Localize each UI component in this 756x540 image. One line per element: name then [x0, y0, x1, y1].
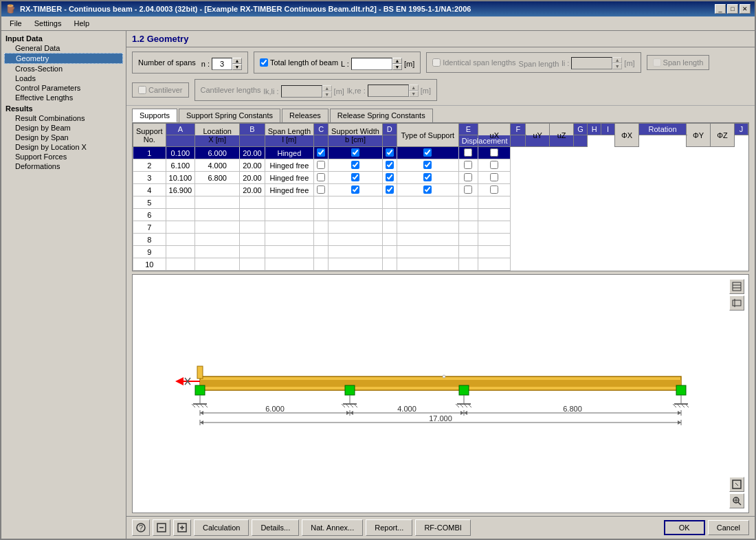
cell-uy-checkbox[interactable]	[351, 148, 359, 157]
diagram-zoom[interactable]	[729, 493, 744, 508]
cell-py-checkbox[interactable]	[464, 185, 472, 194]
identical-spans-checkbox[interactable]	[432, 58, 441, 67]
table-row[interactable]: 10.1006.00020.00Hinged	[133, 147, 748, 159]
n-spin-up[interactable]: ▲	[232, 58, 242, 64]
cantilever-checkbox[interactable]	[138, 86, 146, 94]
cell-no[interactable]: 8	[133, 234, 166, 246]
cell-ux[interactable]	[314, 172, 329, 184]
cell-uy-checkbox[interactable]	[351, 173, 359, 181]
table-row[interactable]: 416.90020.00Hinged free	[133, 184, 748, 196]
cell-py-checkbox[interactable]	[464, 173, 472, 181]
cell-py[interactable]	[458, 184, 478, 196]
l-spin-down[interactable]: ▼	[392, 64, 402, 70]
cell-uz[interactable]	[382, 184, 397, 196]
table-row[interactable]: 5	[133, 196, 748, 209]
minimize-button[interactable]: _	[715, 4, 726, 14]
details-button[interactable]: Details...	[252, 519, 299, 536]
table-row[interactable]: 10	[133, 258, 748, 271]
cell-pz[interactable]	[478, 147, 511, 159]
n-spin-down[interactable]: ▼	[232, 64, 242, 70]
l-spinner[interactable]: 17.000 ▲ ▼	[351, 58, 402, 70]
table-row[interactable]: 26.1004.00020.00Hinged free	[133, 159, 748, 172]
l-input[interactable]: 17.000	[351, 58, 392, 70]
cell-type[interactable]: Hinged free	[265, 159, 313, 172]
menu-settings[interactable]: Settings	[29, 18, 67, 29]
diagram-tool-1[interactable]	[729, 279, 744, 294]
table-row[interactable]: 6	[133, 209, 748, 221]
close-button[interactable]: ✕	[740, 4, 751, 14]
sidebar-item-support-forces[interactable]: Support Forces	[4, 152, 123, 161]
tab-release-spring[interactable]: Release Spring Constants	[330, 109, 433, 122]
nat-annex-button[interactable]: Nat. Annex...	[302, 519, 363, 536]
cell-width[interactable]: 20.00	[240, 172, 265, 184]
cell-uy[interactable]	[329, 172, 383, 184]
cell-px[interactable]	[397, 184, 458, 196]
table-row[interactable]: 7	[133, 221, 748, 234]
cell-x[interactable]: 10.100	[166, 172, 195, 184]
cell-ux[interactable]	[314, 147, 329, 159]
cell-span[interactable]: 6.000	[195, 147, 240, 159]
cell-width[interactable]: 20.00	[240, 184, 265, 196]
cell-no[interactable]: 6	[133, 209, 166, 221]
cell-ux-checkbox[interactable]	[317, 161, 325, 169]
cell-no[interactable]: 4	[133, 184, 166, 196]
cancel-button[interactable]: Cancel	[708, 520, 749, 535]
sidebar-item-result-combinations[interactable]: Result Combinations	[4, 113, 123, 123]
total-length-checkbox[interactable]	[260, 58, 268, 67]
cell-uz-checkbox[interactable]	[386, 148, 394, 157]
cell-px[interactable]	[397, 172, 458, 184]
cell-ux-checkbox[interactable]	[317, 148, 325, 157]
cell-py-checkbox[interactable]	[464, 148, 472, 157]
cell-py[interactable]	[458, 172, 478, 184]
ok-button[interactable]: OK	[664, 520, 705, 535]
menu-file[interactable]: File	[4, 18, 27, 29]
calculation-button[interactable]: Calculation	[194, 519, 249, 536]
cell-span[interactable]: 4.000	[195, 159, 240, 172]
cell-type[interactable]: Hinged free	[265, 184, 313, 196]
cell-no[interactable]: 5	[133, 196, 166, 209]
rf-combi-button[interactable]: RF-COMBI	[415, 519, 470, 536]
footer-icon-1[interactable]: ?	[132, 519, 150, 536]
cell-uz[interactable]	[382, 159, 397, 172]
table-row[interactable]: 9	[133, 246, 748, 258]
span-length-checkbox[interactable]	[653, 58, 661, 67]
sidebar-item-design-by-location[interactable]: Design by Location X	[4, 142, 123, 152]
cell-px[interactable]	[397, 147, 458, 159]
cell-px[interactable]	[397, 159, 458, 172]
footer-icon-2[interactable]	[153, 519, 170, 536]
cell-py[interactable]	[458, 147, 478, 159]
cell-pz-checkbox[interactable]	[490, 173, 498, 181]
cell-no[interactable]: 2	[133, 159, 166, 172]
cell-pz[interactable]	[478, 172, 511, 184]
tab-support-spring[interactable]: Support Spring Constants	[179, 109, 280, 122]
cell-uz-checkbox[interactable]	[386, 161, 394, 169]
report-button[interactable]: Report...	[366, 519, 412, 536]
sidebar-item-control-parameters[interactable]: Control Parameters	[4, 83, 123, 93]
cell-py[interactable]	[458, 159, 478, 172]
cell-no[interactable]: 3	[133, 172, 166, 184]
cell-ux-checkbox[interactable]	[317, 173, 325, 181]
sidebar-item-geometry[interactable]: Geometry	[4, 53, 123, 64]
cell-pz[interactable]	[478, 184, 511, 196]
cell-px-checkbox[interactable]	[423, 148, 432, 157]
cell-uz[interactable]	[382, 172, 397, 184]
l-spin-up[interactable]: ▲	[392, 58, 402, 64]
cell-x[interactable]: 0.100	[166, 147, 195, 159]
tab-releases[interactable]: Releases	[282, 109, 329, 122]
cell-pz-checkbox[interactable]	[490, 148, 498, 157]
cell-uy[interactable]	[329, 147, 383, 159]
n-spinner[interactable]: 3 ▲ ▼	[212, 58, 242, 70]
cell-uy[interactable]	[329, 159, 383, 172]
sidebar-item-general-data[interactable]: General Data	[4, 43, 123, 53]
cell-uy-checkbox[interactable]	[351, 185, 359, 194]
sidebar-item-design-by-span[interactable]: Design by Span	[4, 133, 123, 142]
cell-px-checkbox[interactable]	[423, 185, 432, 194]
table-row[interactable]: 8	[133, 234, 748, 246]
cell-no[interactable]: 10	[133, 258, 166, 271]
cell-ux-checkbox[interactable]	[317, 185, 325, 194]
cell-ux[interactable]	[314, 184, 329, 196]
cell-px-checkbox[interactable]	[423, 173, 432, 181]
cell-uz[interactable]	[382, 147, 397, 159]
cell-width[interactable]: 20.00	[240, 147, 265, 159]
maximize-button[interactable]: □	[727, 4, 738, 14]
